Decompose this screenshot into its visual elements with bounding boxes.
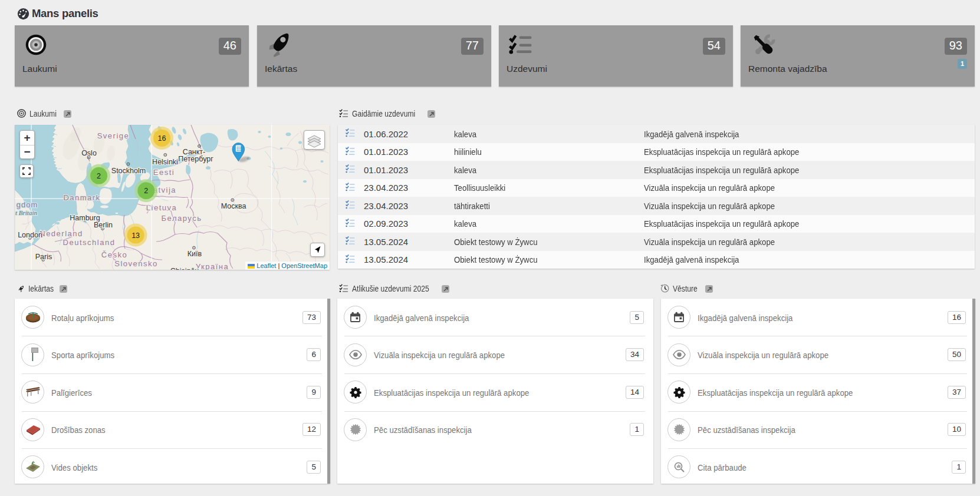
svg-text:Stockholm: Stockholm xyxy=(111,167,146,175)
svg-text:2: 2 xyxy=(144,187,148,195)
svg-text:2: 2 xyxy=(97,172,101,180)
svg-text:Eesti: Eesti xyxy=(153,168,175,177)
svg-text:16: 16 xyxy=(158,134,166,143)
svg-text:Sverige: Sverige xyxy=(97,131,130,140)
svg-text:Česko: Česko xyxy=(101,250,127,259)
svg-text:Lietuva: Lietuva xyxy=(146,203,177,212)
svg-text:Беларусь: Беларусь xyxy=(162,214,202,223)
svg-text:Paris: Paris xyxy=(35,253,52,261)
svg-text:Nederland: Nederland xyxy=(40,229,83,238)
svg-text:London: London xyxy=(18,231,42,239)
svg-text:Oslo: Oslo xyxy=(81,149,97,157)
svg-text:t Britain: t Britain xyxy=(15,209,37,216)
svg-text:13: 13 xyxy=(131,232,140,240)
svg-text:Chişinău: Chişinău xyxy=(170,267,199,270)
svg-text:gdom: gdom xyxy=(17,200,38,209)
svg-text:Україна: Україна xyxy=(196,262,229,270)
svg-text:Berlin: Berlin xyxy=(94,221,113,229)
svg-text:Deutschland: Deutschland xyxy=(63,238,116,247)
svg-text:Петербург: Петербург xyxy=(178,155,213,163)
svg-text:Москва: Москва xyxy=(221,202,246,210)
svg-text:Helsinki: Helsinki xyxy=(152,158,178,166)
svg-text:Київ: Київ xyxy=(188,250,202,258)
svg-text:Danmark: Danmark xyxy=(63,193,100,202)
svg-text:Slovensko: Slovensko xyxy=(114,259,157,268)
